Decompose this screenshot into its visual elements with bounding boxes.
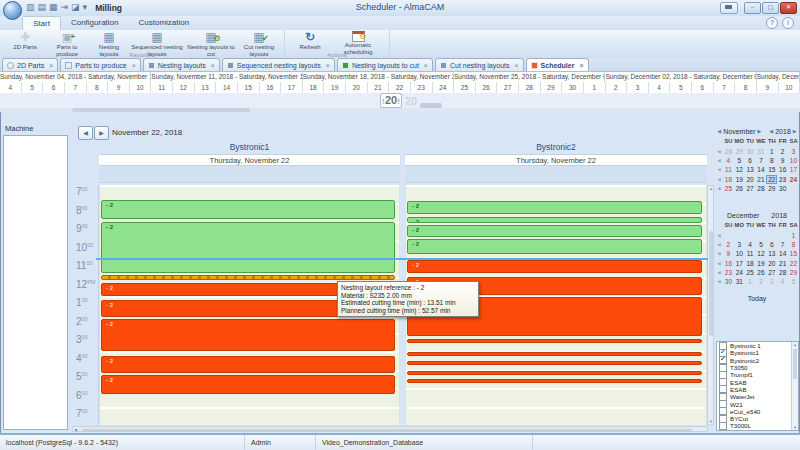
prev-month-icon[interactable]: ◀: [717, 128, 721, 134]
calendar-day-cell[interactable]: 16: [723, 259, 734, 268]
machine-list-item[interactable]: W21: [717, 400, 798, 407]
tab-scheduler[interactable]: Scheduler×: [526, 58, 589, 71]
nesting-block-red[interactable]: - 2: [101, 319, 395, 351]
calendar-day-cell[interactable]: 28: [777, 268, 788, 277]
scroll-down-icon[interactable]: ▼: [708, 419, 714, 424]
day-header-cell[interactable]: 9: [757, 82, 779, 93]
next-month-icon[interactable]: ▶: [758, 128, 762, 134]
scroll-up-icon[interactable]: ▲: [792, 342, 798, 347]
previous-day-button[interactable]: ◀: [78, 126, 93, 140]
nesting-block-red[interactable]: [407, 379, 702, 383]
calendar-day-cell[interactable]: 31: [756, 147, 767, 156]
calendar-day-cell[interactable]: 13: [745, 165, 756, 174]
calendar-day-cell[interactable]: 1: [766, 147, 777, 156]
timeline-scrollbar[interactable]: [0, 108, 800, 112]
week-select-icon[interactable]: ◀: [715, 270, 723, 275]
machine-tree-panel[interactable]: [3, 135, 68, 430]
day-header-cell[interactable]: 8: [87, 82, 109, 93]
calendar-day-cell[interactable]: 2: [756, 277, 767, 286]
week-select-icon[interactable]: ◀: [715, 167, 723, 172]
nesting-block-green[interactable]: - 2: [407, 225, 702, 237]
maximize-button[interactable]: ▢: [762, 2, 779, 14]
calendar-day-cell[interactable]: 3: [734, 240, 745, 249]
ribbon-button-2d-parts[interactable]: 2D Parts: [4, 31, 46, 51]
calendar-day-cell[interactable]: 26: [756, 268, 767, 277]
grid-horizontal-scrollbar[interactable]: ◀: [72, 426, 708, 432]
calendar-day-cell[interactable]: 24: [788, 175, 799, 184]
calendar-day-cell[interactable]: 8: [788, 240, 799, 249]
day-header-cell[interactable]: 7: [65, 82, 87, 93]
calendar-day-cell[interactable]: 4: [745, 240, 756, 249]
minimize-button[interactable]: –: [744, 2, 761, 14]
machine-list-item[interactable]: Bystronic 1: [717, 342, 798, 349]
day-header-cell[interactable]: 27: [497, 82, 519, 93]
calendar-day-cell[interactable]: 2: [777, 147, 788, 156]
day-header-cell[interactable]: 24: [433, 82, 455, 93]
grid-vscroll-thumb[interactable]: [709, 231, 713, 336]
calendar-day-cell[interactable]: 30: [777, 184, 788, 193]
day-header-cell[interactable]: 29: [541, 82, 563, 93]
calendar-day-cell[interactable]: 28: [756, 184, 767, 193]
close-icon[interactable]: ×: [514, 62, 518, 69]
calendar-year-label[interactable]: 2018: [775, 128, 791, 135]
scroll-left-icon[interactable]: ◀: [74, 427, 77, 432]
calendar-day-cell[interactable]: 10: [788, 156, 799, 165]
day-header-cell[interactable]: 23: [411, 82, 433, 93]
calendar-day-cell[interactable]: 3: [788, 147, 799, 156]
scroll-up-icon[interactable]: ▲: [708, 186, 714, 191]
machine-column-header[interactable]: Bystronic1: [99, 141, 400, 154]
info-icon[interactable]: i: [782, 17, 794, 29]
calendar-day-cell[interactable]: 10: [734, 249, 745, 258]
grid-vertical-scrollbar[interactable]: ▲ ▼: [707, 185, 714, 425]
day-header-cell[interactable]: 13: [195, 82, 217, 93]
machine-list-item[interactable]: Bystronic1: [717, 349, 798, 356]
machine-list-scrollbar[interactable]: ▲ ▼: [791, 342, 798, 430]
day-header-cell[interactable]: 3: [627, 82, 649, 93]
ribbon-button-refresh[interactable]: Refresh: [289, 31, 331, 51]
calendar-day-cell[interactable]: 12: [734, 165, 745, 174]
day-header-cell[interactable]: 15: [238, 82, 260, 93]
nesting-block-green[interactable]: - 2: [407, 239, 702, 254]
day-header-cell[interactable]: 7: [714, 82, 736, 93]
tab-cut-nesting-layouts[interactable]: Cut nesting layouts×: [435, 58, 524, 71]
tab-sequenced-nesting-layouts[interactable]: Sequenced nesting layouts×: [222, 58, 335, 71]
calendar-day-cell[interactable]: 29: [788, 268, 799, 277]
ribbon-tab-customization[interactable]: Customization: [129, 16, 200, 30]
calendar-day-cell[interactable]: 21: [777, 259, 788, 268]
day-header-cell[interactable]: 1: [584, 82, 606, 93]
calendar-day-cell[interactable]: 5: [788, 277, 799, 286]
close-icon[interactable]: ×: [211, 62, 215, 69]
next-year-icon[interactable]: ▶: [793, 128, 797, 134]
nesting-block-red[interactable]: [407, 361, 702, 365]
week-select-icon[interactable]: ◀: [715, 186, 723, 191]
week-select-icon[interactable]: ◀: [715, 242, 723, 247]
calendar-day-cell[interactable]: 13: [766, 249, 777, 258]
calendar-day-cell[interactable]: 29: [766, 184, 777, 193]
calendar-day-cell[interactable]: 22: [766, 175, 777, 184]
day-header-cell[interactable]: 4: [649, 82, 671, 93]
calendar-day-cell[interactable]: 9: [723, 249, 734, 258]
next-day-button[interactable]: ▶: [94, 126, 109, 140]
nesting-block-red[interactable]: - 2: [101, 356, 395, 373]
calendar-day-cell[interactable]: 19: [734, 175, 745, 184]
calendar-day-cell[interactable]: 15: [766, 165, 777, 174]
calendar-day-cell[interactable]: 1: [745, 277, 756, 286]
application-menu-button[interactable]: [3, 1, 22, 20]
calendar-day-cell[interactable]: 29: [734, 147, 745, 156]
week-select-icon[interactable]: ◀: [715, 251, 723, 256]
day-header-cell[interactable]: 28: [519, 82, 541, 93]
nesting-block-green[interactable]: - 2: [407, 201, 702, 214]
day-header-cell[interactable]: 10: [130, 82, 152, 93]
calendar-day-cell[interactable]: 30: [723, 277, 734, 286]
day-header-cell[interactable]: 14: [216, 82, 238, 93]
nesting-block-red[interactable]: - 2: [101, 375, 395, 394]
calendar-day-cell[interactable]: 7: [777, 240, 788, 249]
week-select-icon[interactable]: ◀: [715, 158, 723, 163]
calendar-day-cell[interactable]: 27: [745, 184, 756, 193]
day-header-cell[interactable]: 8: [735, 82, 757, 93]
machine-list-thumb[interactable]: [793, 349, 797, 379]
day-header-cell[interactable]: 6: [43, 82, 65, 93]
scroll-down-icon[interactable]: ▼: [792, 425, 798, 430]
close-icon[interactable]: ×: [424, 62, 428, 69]
key-button[interactable]: [720, 2, 738, 14]
